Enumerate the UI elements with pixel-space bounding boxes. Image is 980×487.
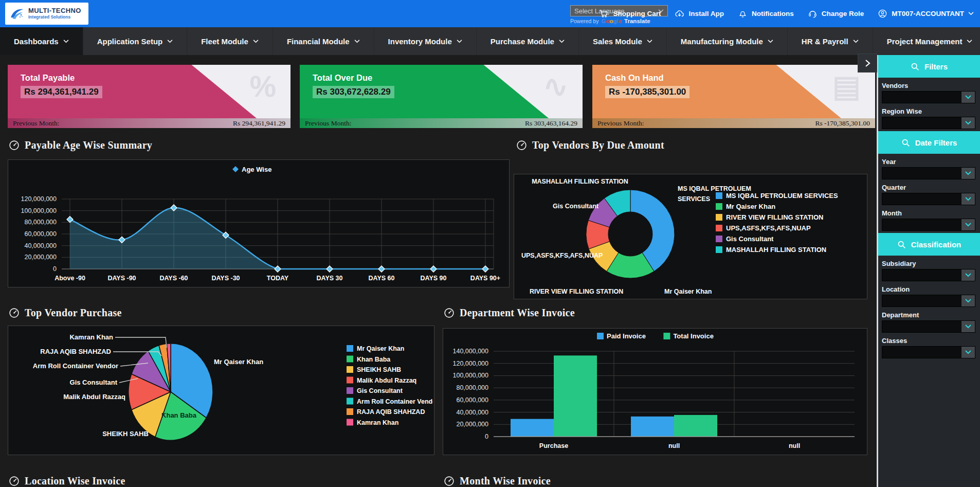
account-menu-button[interactable]: MT007-ACCOUNTANT [878, 9, 974, 19]
section-title-text: Payable Age Wise Summary [25, 139, 152, 151]
sidebar-select-vendors[interactable] [882, 91, 975, 103]
logo-swoosh-icon [9, 6, 25, 22]
top-vendors-due-chart-panel: MASHALLAH FILLING STATIONMS IQBAL PETROL… [514, 174, 867, 299]
sidebar-header-date-filters[interactable]: Date Filters [878, 131, 980, 154]
chevron-down-icon [768, 40, 773, 43]
svg-text:Total Invoice: Total Invoice [673, 332, 714, 340]
sidebar-select-region-wise[interactable] [882, 117, 975, 129]
sidebar-field-label-department: Department [882, 311, 980, 319]
svg-text:null: null [668, 442, 680, 449]
nav-item-manufacturing-module[interactable]: Manufacturing Module [667, 27, 788, 55]
svg-text:Kamran Khan: Kamran Khan [69, 333, 113, 341]
sidebar-collapse-button[interactable] [858, 53, 877, 73]
select-chevron-box [961, 295, 975, 306]
chevron-down-icon [965, 171, 971, 175]
sidebar-select-quarter[interactable] [882, 193, 975, 205]
kpi-previous-month-strip: Previous Month:Rs 303,463,164.29 [300, 118, 583, 128]
install-app-button[interactable]: Install App [675, 9, 724, 19]
nav-item-inventory-module[interactable]: Inventory Module [374, 27, 477, 55]
payable-age-chart: 020,000,00040,000,00060,000,00080,000,00… [8, 160, 508, 286]
chevron-right-icon [864, 59, 871, 67]
nav-item-application-setup[interactable]: Application Setup [83, 27, 188, 55]
shopping-cart-button[interactable]: Shopping Cart [599, 9, 661, 19]
chevron-down-icon [965, 324, 971, 329]
svg-text:RAJA AQIB SHAHZAD: RAJA AQIB SHAHZAD [40, 348, 111, 355]
notifications-button[interactable]: Notifications [738, 9, 794, 19]
dashboard-page: MULTI-TECHNO Integrated Solutions Select… [0, 0, 980, 487]
top-vendors-due-chart: MASHALLAH FILLING STATIONMS IQBAL PETROL… [514, 174, 866, 298]
svg-text:DAYS 90: DAYS 90 [421, 275, 447, 282]
nav-item-label: Fleet Module [201, 37, 248, 46]
sidebar-header-filters[interactable]: Filters [878, 55, 980, 78]
svg-text:40,000,000: 40,000,000 [24, 242, 57, 249]
sidebar-field-label-subsidiary: Subsidiary [882, 260, 980, 267]
previous-month-label: Previous Month: [305, 119, 351, 128]
logo-subtitle: Integrated Solutions [28, 15, 81, 20]
section-title-payable-age: Payable Age Wise Summary [9, 139, 152, 151]
nav-item-purchase-module[interactable]: Purchase Module [477, 27, 579, 55]
nav-item-fleet-module[interactable]: Fleet Module [187, 27, 273, 55]
sidebar-group-date-filters: Date FiltersYearQuarterMonth [878, 131, 980, 231]
kpi-card-body: ▤Cash On HandRs -170,385,301.00 [592, 65, 875, 118]
svg-text:Gis Consultant: Gis Consultant [553, 203, 599, 210]
sidebar-select-year[interactable] [882, 167, 975, 179]
sidebar-select-department[interactable] [882, 320, 975, 333]
chevron-down-icon [965, 197, 971, 201]
kpi-card-cash-on-hand: ▤Cash On HandRs -170,385,301.00Previous … [592, 65, 875, 128]
svg-text:MASHALLAH FILLING STATION: MASHALLAH FILLING STATION [726, 246, 826, 254]
filters-sidebar: FiltersVendorsRegion WiseDate FiltersYea… [878, 55, 980, 487]
nav-item-financial-module[interactable]: Financial Module [273, 27, 374, 55]
sidebar-field-label-classes: Classes [882, 337, 980, 345]
nav-item-hr-payroll[interactable]: HR & Payroll [788, 27, 873, 55]
sidebar-select-value [882, 168, 961, 179]
sidebar-select-subsidiary[interactable] [882, 269, 975, 281]
sidebar-select-classes[interactable] [882, 346, 975, 358]
sidebar-header-classification[interactable]: Classification [878, 233, 980, 256]
svg-text:RIVER VIEW FILLING STATION: RIVER VIEW FILLING STATION [726, 213, 823, 221]
company-logo[interactable]: MULTI-TECHNO Integrated Solutions [5, 3, 88, 25]
nav-item-project-management[interactable]: Project Management [873, 27, 980, 55]
sidebar-select-location[interactable] [882, 295, 975, 307]
select-chevron-box [961, 321, 975, 332]
account-menu-label: MT007-ACCOUNTANT [892, 10, 964, 17]
select-chevron-box [961, 347, 975, 358]
svg-text:40,000,000: 40,000,000 [456, 409, 488, 416]
sidebar-select-month[interactable] [882, 219, 975, 231]
change-role-button[interactable]: Change Role [808, 9, 864, 19]
sidebar-header-label: Filters [924, 62, 948, 71]
chevron-down-icon [559, 40, 565, 43]
svg-text:DAYS 60: DAYS 60 [369, 275, 395, 282]
svg-text:Mr Qaiser Khan: Mr Qaiser Khan [357, 345, 404, 352]
svg-text:120,000,000: 120,000,000 [21, 195, 57, 203]
svg-text:0: 0 [53, 265, 57, 273]
svg-text:140,000,000: 140,000,000 [452, 348, 488, 355]
svg-text:100,000,000: 100,000,000 [21, 207, 57, 214]
chevron-down-icon [647, 40, 652, 43]
top-vendor-purchase-chart-panel: Kamran KhanRAJA AQIB SHAHZADArm Roll Con… [8, 326, 434, 455]
svg-text:DAYS -30: DAYS -30 [211, 275, 240, 282]
nav-item-label: Sales Module [593, 37, 642, 46]
gauge-icon [9, 308, 20, 318]
gauge-icon [444, 476, 455, 486]
top-bar-actions: Shopping CartInstall AppNotificationsCha… [599, 0, 974, 27]
svg-text:Age Wise: Age Wise [242, 166, 271, 173]
nav-item-sales-module[interactable]: Sales Module [579, 27, 667, 55]
chevron-down-icon [968, 12, 974, 15]
section-title-text: Department Wise Invoice [460, 307, 575, 319]
svg-text:60,000,000: 60,000,000 [24, 230, 57, 238]
nav-item-label: Inventory Module [388, 37, 452, 46]
svg-text:Gis Consultant: Gis Consultant [70, 378, 118, 386]
sidebar-field-label-location: Location [882, 285, 980, 293]
svg-text:Paid Invoice: Paid Invoice [607, 332, 646, 340]
nav-item-dashboards[interactable]: Dashboards [0, 27, 83, 55]
chevron-down-icon [853, 40, 859, 43]
kpi-value: Rs 294,361,941.29 [21, 86, 102, 98]
top-vendor-purchase-chart: Kamran KhanRAJA AQIB SHAHZADArm Roll Con… [8, 326, 433, 454]
select-chevron-box [961, 117, 975, 129]
svg-text:0: 0 [485, 433, 488, 440]
nav-item-label: Project Management [887, 37, 963, 46]
svg-text:DAYS 90+: DAYS 90+ [470, 275, 500, 282]
svg-text:Above -90: Above -90 [55, 275, 85, 282]
gauge-icon [9, 140, 20, 151]
install-app-label: Install App [688, 10, 724, 17]
